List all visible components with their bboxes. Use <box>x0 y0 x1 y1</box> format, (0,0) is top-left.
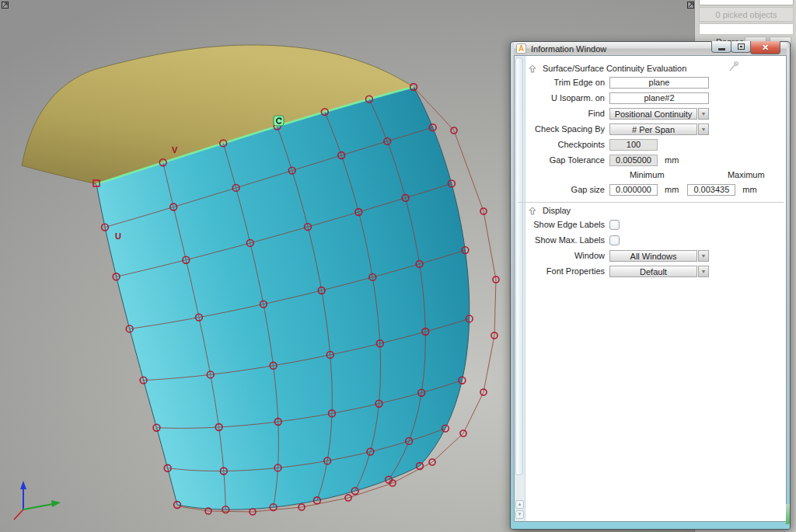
picked-objects-status: 0 picked objects <box>699 7 794 22</box>
font-properties-dropdown[interactable]: Default <box>609 266 697 277</box>
trim-edge-label: Trim Edge on <box>527 78 605 87</box>
checkpoints-row: Checkpoints <box>527 137 784 152</box>
panel-value-field[interactable] <box>699 23 794 35</box>
checkpoints-field[interactable] <box>609 139 658 151</box>
window-dropdown[interactable]: All Windows <box>609 250 697 262</box>
u-isoparm-label: U Isoparm. on <box>527 93 605 103</box>
u-isoparm-input[interactable] <box>609 92 709 104</box>
gap-tolerance-label: Gap Tolerance <box>527 155 605 165</box>
gap-size-min-field[interactable] <box>609 184 658 196</box>
restore-button[interactable] <box>731 41 751 53</box>
gap-size-max-field[interactable] <box>687 184 735 196</box>
font-properties-label: Font Properties <box>527 266 605 276</box>
window-dropdown-arrow-icon[interactable]: ▼ <box>698 250 709 262</box>
display-section-title: Display <box>543 206 571 215</box>
show-edge-labels-checkbox[interactable] <box>609 220 620 230</box>
show-edge-labels-label: Show Edge Labels <box>527 220 605 229</box>
find-label: Find <box>527 109 605 118</box>
gap-tolerance-unit: mm <box>665 155 679 165</box>
show-max-labels-label: Show Max. Labels <box>527 235 605 245</box>
minimum-header: Minimum <box>609 170 685 179</box>
information-window-body: ▲ ▼ Surface/Surface Continuity Evaluatio… <box>514 55 787 522</box>
gap-tolerance-row: Gap Tolerance mm <box>527 152 784 168</box>
show-max-labels-row: Show Max. Labels <box>527 232 784 248</box>
continuity-section-title: Surface/Surface Continuity Evaluation <box>543 64 686 73</box>
continuity-section-header[interactable]: Surface/Surface Continuity Evaluation <box>527 62 784 75</box>
scroll-up-button[interactable]: ▲ <box>515 500 524 509</box>
check-spacing-dropdown[interactable]: # Per Span <box>609 123 697 135</box>
window-label: Window <box>527 251 605 260</box>
gap-size-max-unit: mm <box>742 185 756 194</box>
maximum-header: Maximum <box>709 170 784 179</box>
show-max-labels-checkbox[interactable] <box>609 235 620 245</box>
font-properties-dropdown-arrow-icon[interactable]: ▼ <box>698 266 709 277</box>
scrollbar-thumb[interactable] <box>515 57 523 475</box>
minimize-icon <box>718 48 725 50</box>
show-edge-labels-row: Show Edge Labels <box>527 217 784 232</box>
window-title: Information Window <box>531 44 606 54</box>
gap-size-row: Gap size mm mm <box>527 182 784 197</box>
trim-edge-input[interactable] <box>609 77 709 89</box>
pin-icon[interactable] <box>728 61 740 73</box>
display-section-header[interactable]: Display <box>527 204 784 217</box>
viewport-resize-icon[interactable] <box>1 1 9 9</box>
window-row: Window All Windows ▼ <box>527 248 784 263</box>
font-properties-row: Font Properties Default ▼ <box>527 263 784 279</box>
gap-size-label: Gap size <box>527 185 605 194</box>
check-spacing-label: Check Spacing By <box>527 124 605 134</box>
trim-edge-row: Trim Edge on <box>527 75 784 90</box>
u-isoparm-row: U Isoparm. on <box>527 90 784 106</box>
vertical-scrollbar[interactable]: ▲ ▼ <box>515 56 525 521</box>
collapse-arrow-icon <box>529 64 536 73</box>
information-window-titlebar[interactable]: A Information Window ✕ <box>514 42 787 55</box>
find-row: Find Positional Continuity ▼ <box>527 106 784 121</box>
find-dropdown[interactable]: Positional Continuity <box>609 108 697 120</box>
information-window: A Information Window ✕ ▲ ▼ <box>510 41 791 530</box>
find-dropdown-arrow-icon[interactable]: ▼ <box>698 108 709 120</box>
window-resize-grip[interactable] <box>786 504 790 524</box>
collapse-arrow-icon <box>529 207 536 215</box>
minmax-header-row: Minimum Maximum <box>527 168 784 182</box>
edge-locator[interactable] <box>274 116 284 126</box>
v-direction-label: V <box>172 145 178 155</box>
check-spacing-row: Check Spacing By # Per Span ▼ <box>527 121 784 137</box>
panel-text-field[interactable] <box>699 0 794 5</box>
check-spacing-dropdown-arrow-icon[interactable]: ▼ <box>698 123 709 135</box>
alias-app-icon: A <box>516 43 526 54</box>
checkpoints-label: Checkpoints <box>527 140 605 149</box>
gap-size-min-unit: mm <box>665 185 679 194</box>
section-divider <box>518 202 784 203</box>
restore-icon <box>738 43 745 50</box>
u-direction-label: U <box>115 231 121 241</box>
application-window: U V 0 picked objects Degree <box>0 0 796 532</box>
minimize-button[interactable] <box>711 41 731 53</box>
scroll-down-button[interactable]: ▼ <box>515 510 524 519</box>
close-button[interactable]: ✕ <box>750 41 780 54</box>
gap-tolerance-field[interactable] <box>609 155 658 166</box>
